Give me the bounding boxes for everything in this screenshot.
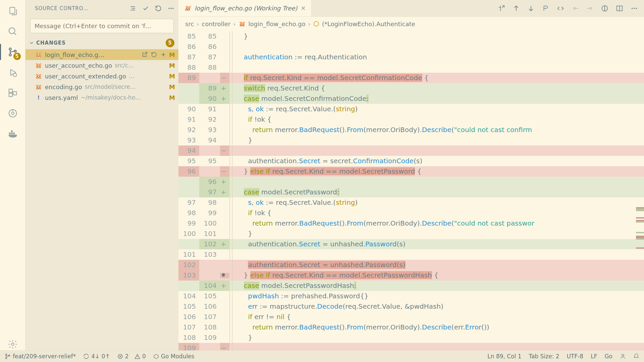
code-line[interactable]: 101103 — [178, 249, 644, 260]
svg-line-2 — [14, 33, 16, 35]
file-row[interactable]: !users.yaml~/misakey/docs-ho…M — [25, 92, 178, 103]
diff-editor[interactable]: 8585 }86868787 authentication := req.Aut… — [178, 31, 644, 350]
file-row[interactable]: 🐹login_flow_echo.g…M — [25, 49, 178, 60]
go-file-icon: 🐹 — [238, 20, 246, 27]
discard-icon[interactable] — [151, 52, 157, 58]
gitlens-icon[interactable] — [7, 107, 19, 119]
code-line[interactable]: 9293 return merror.BadRequest().From(mer… — [178, 125, 644, 135]
code-line[interactable]: 89+ switch req.Secret.Kind { — [178, 83, 644, 94]
code-line[interactable]: 109− — [178, 343, 644, 350]
inline-diff-icon[interactable] — [601, 5, 608, 12]
code-line[interactable]: 94− — [178, 145, 644, 156]
svg-point-31 — [590, 7, 592, 9]
crumb[interactable]: (*LoginFlowEcho).Authenticate — [322, 20, 415, 27]
sync-indicator[interactable]: 4↓ 0↑ — [83, 353, 110, 360]
tab-size[interactable]: Tab Size: 2 — [529, 353, 559, 360]
code-line[interactable]: 102 authentication.Secret = unhashed.Pas… — [178, 260, 644, 270]
code-line[interactable]: 8888 — [178, 62, 644, 73]
go-modules-indicator[interactable]: Go Modules — [153, 353, 195, 360]
extensions-icon[interactable] — [7, 87, 19, 99]
code-content: if !ok { — [237, 114, 644, 125]
crumb[interactable]: src — [185, 20, 194, 27]
code-line[interactable]: 105106 err := mapstructure.Decode(req.Se… — [178, 301, 644, 312]
arrow-down-icon[interactable] — [527, 5, 535, 12]
code-line[interactable]: 106107 if err != nil { — [178, 312, 644, 322]
line-number-old: 100 — [178, 229, 199, 239]
svg-point-41 — [6, 357, 7, 359]
explorer-icon[interactable] — [7, 5, 19, 17]
code-line[interactable]: 89− if req.Secret.Kind == model.SecretCo… — [178, 73, 644, 83]
code-line[interactable]: 108109 } — [178, 333, 644, 343]
line-number-new: 106 — [199, 301, 220, 312]
arrow-up-icon[interactable] — [513, 5, 520, 12]
settings-gear-icon[interactable] — [7, 338, 19, 350]
minimap[interactable] — [636, 31, 644, 350]
code-content: case model.SecretPasswordHash: — [237, 281, 644, 291]
refresh-icon[interactable] — [155, 5, 162, 12]
swap-icon[interactable] — [557, 5, 564, 12]
code-line[interactable]: 107108 return merror.BadRequest().From(m… — [178, 322, 644, 333]
whitespace-icon[interactable] — [542, 5, 549, 12]
code-line[interactable]: 9798 s, ok := req.Secret.Value.(string) — [178, 197, 644, 208]
revert-icon[interactable] — [572, 5, 579, 12]
code-line[interactable]: 100101 } — [178, 229, 644, 239]
problems-indicator[interactable]: 2 0 — [117, 353, 146, 360]
notifications-icon[interactable] — [633, 353, 639, 359]
more-actions-icon[interactable] — [631, 5, 638, 12]
crumb[interactable]: controller — [202, 20, 230, 27]
svg-rect-15 — [11, 132, 13, 134]
tab-active[interactable]: 🐹 login_flow_echo.go (Working Tree) ✕ — [178, 0, 312, 16]
code-content: } — [237, 31, 644, 42]
code-line[interactable]: 102+ authentication.Secret = unhashed.Pa… — [178, 239, 644, 249]
code-line[interactable]: 8686 — [178, 42, 644, 52]
code-line[interactable]: 104105 pwdHash := prehashed.Password{} — [178, 291, 644, 301]
code-line[interactable]: 8585 } — [178, 31, 644, 42]
code-line[interactable]: 96+ — [178, 177, 644, 187]
eol[interactable]: LF — [591, 353, 597, 360]
file-row[interactable]: 🐹encoding.gosrc/model/secre…M — [25, 81, 178, 92]
stage-icon[interactable] — [160, 52, 166, 58]
feedback-icon[interactable] — [620, 353, 626, 359]
changes-label: CHANGES — [36, 40, 66, 46]
changes-section-header[interactable]: CHANGES 5 — [25, 37, 178, 49]
debug-icon[interactable] — [7, 66, 19, 78]
code-line[interactable]: 9899 if !ok { — [178, 208, 644, 218]
code-line[interactable]: 96− } else if req.Secret.Kind == model.S… — [178, 166, 644, 177]
code-line[interactable]: 90+ case model.SecretConfirmationCode: — [178, 94, 644, 104]
more-icon[interactable] — [168, 5, 174, 12]
file-status: M — [169, 62, 175, 69]
code-line[interactable]: 9091 s, ok := req.Secret.Value.(string) — [178, 104, 644, 114]
code-line[interactable]: 97+ case model.SecretPassword: — [178, 187, 644, 197]
line-number-new: 94 — [199, 135, 220, 145]
language-mode[interactable]: Go — [604, 353, 612, 360]
branch-indicator[interactable]: feat/209-server-relief* — [5, 353, 76, 360]
svg-rect-8 — [9, 89, 12, 93]
code-line[interactable]: 9394 } — [178, 135, 644, 145]
crumb[interactable]: login_flow_echo.go — [249, 20, 306, 27]
search-icon[interactable] — [7, 25, 19, 38]
file-row[interactable]: 🐹user_account_extended.go…M — [25, 71, 178, 81]
file-row[interactable]: 🐹user_account_echo.gosrc/c…M — [25, 60, 178, 71]
diff-glyph: + — [220, 83, 229, 94]
close-icon[interactable]: ✕ — [301, 5, 306, 12]
code-line[interactable]: 9192 if !ok { — [178, 114, 644, 125]
open-changes-icon[interactable] — [498, 5, 505, 12]
view-tree-icon[interactable] — [129, 5, 136, 12]
cursor-position[interactable]: Ln 89, Col 1 — [487, 353, 521, 360]
open-file-icon[interactable] — [142, 52, 148, 58]
code-line[interactable]: 103 } else if req.Secret.Kind == model.S… — [178, 270, 644, 281]
breadcrumb[interactable]: src› controller› 🐹 login_flow_echo.go› (… — [178, 17, 644, 31]
commit-icon[interactable] — [142, 5, 149, 12]
code-line[interactable]: 99100 return merror.BadRequest().From(me… — [178, 218, 644, 229]
code-content: pwdHash := prehashed.Password{} — [237, 291, 644, 301]
docker-icon[interactable] — [7, 128, 19, 140]
code-line[interactable]: 9595 authentication.Secret = secret.Conf… — [178, 156, 644, 166]
split-editor-icon[interactable] — [616, 5, 623, 12]
code-line[interactable]: 104+ case model.SecretPasswordHash: — [178, 281, 644, 291]
source-control-icon[interactable]: 5 — [7, 46, 19, 58]
diff-glyph: + — [220, 281, 229, 291]
encoding[interactable]: UTF-8 — [567, 353, 584, 360]
next-change-icon[interactable] — [586, 5, 594, 12]
commit-message-input[interactable] — [30, 19, 174, 33]
code-line[interactable]: 8787 authentication := req.Authenticatio… — [178, 52, 644, 62]
